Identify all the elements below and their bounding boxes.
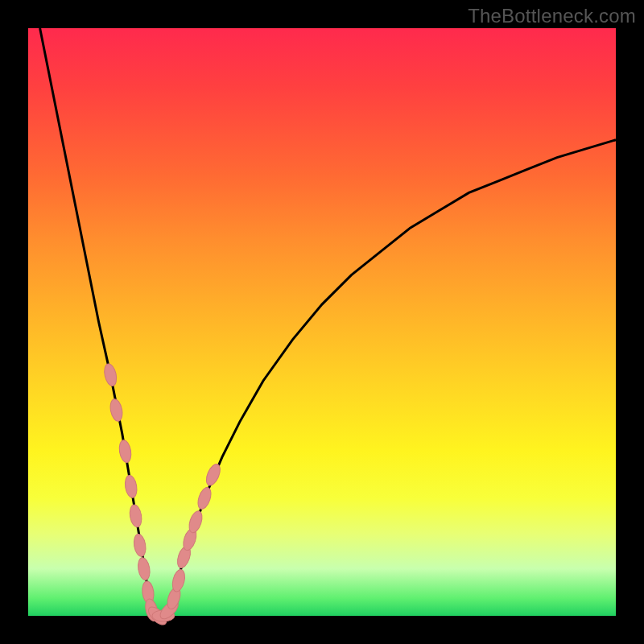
curve-marker: [204, 462, 223, 487]
curve-path: [40, 28, 616, 616]
curve-marker: [109, 398, 124, 422]
curve-marker: [196, 486, 213, 511]
curve-marker: [102, 363, 118, 387]
watermark-text: TheBottleneck.com: [468, 5, 636, 27]
curve-marker: [123, 474, 138, 498]
curve-layer: [28, 28, 616, 616]
bottleneck-curve: [40, 28, 616, 616]
curve-marker: [128, 504, 142, 528]
curve-marker: [132, 533, 147, 557]
plot-area: [28, 28, 616, 616]
curve-marker: [137, 557, 151, 581]
curve-marker: [118, 440, 132, 464]
marker-group: [102, 363, 223, 628]
chart-frame: TheBottleneck.com: [0, 0, 644, 644]
